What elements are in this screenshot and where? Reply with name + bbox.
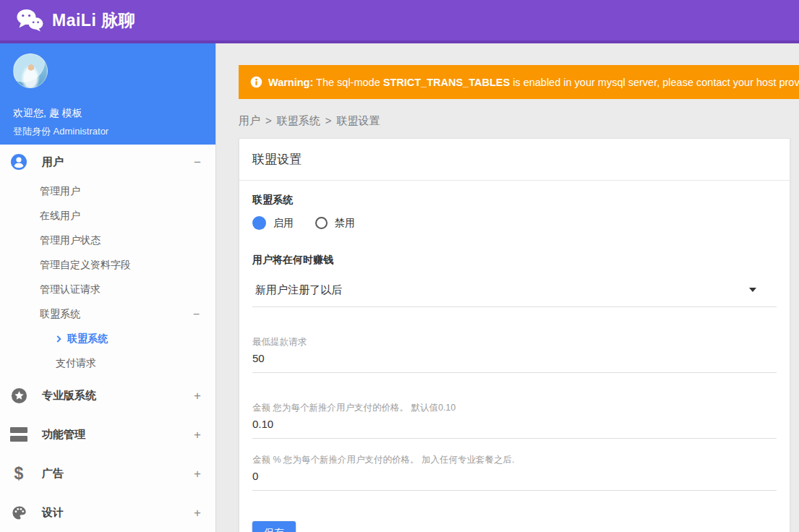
- earn-when-select[interactable]: 新用户注册了以后: [252, 276, 777, 307]
- radio-selected-icon[interactable]: [252, 216, 266, 230]
- radio-disable-label: 禁用: [335, 217, 355, 230]
- user-avatar[interactable]: [13, 53, 48, 88]
- breadcrumb-separator: >: [265, 114, 272, 126]
- affiliate-system-radio-group: 启用 禁用: [252, 216, 777, 230]
- sidebar-item-ads[interactable]: $ 广告 +: [0, 454, 215, 493]
- expand-icon[interactable]: +: [194, 390, 201, 402]
- welcome-text: 欢迎您, 趣 模板: [13, 107, 202, 120]
- sidebar-item-label: 联盟系统: [67, 332, 108, 346]
- warning-text: The sql-mode: [313, 77, 383, 88]
- percent-per-referral-field[interactable]: 金额 % 您为每个新推介用户支付的价格。 加入任何专业套餐之后. 0: [252, 454, 777, 491]
- amount-per-referral-label: 金额 您为每个新推介用户支付的价格。 默认值0.10: [252, 402, 777, 414]
- breadcrumb: 用户>联盟系统>联盟设置: [239, 114, 799, 128]
- sidebar-item-affiliate-group[interactable]: 联盟系统 −: [0, 302, 215, 327]
- affiliate-settings-card: 联盟设置 联盟系统 启用 禁用 用户将在何时赚钱 新用户注: [239, 138, 790, 532]
- modules-icon: [10, 426, 27, 443]
- profile-panel: 欢迎您, 趣 模板 登陆身份 Administrator: [0, 43, 215, 145]
- sidebar-item-label: 管理用户: [40, 185, 80, 198]
- sidebar-item-label: 支付请求: [56, 357, 96, 370]
- warning-text: is enabled in your mysql server, please …: [510, 77, 799, 88]
- palette-icon: [10, 504, 27, 521]
- sidebar-item-label: 设计: [42, 506, 64, 520]
- sidebar-item-online-users[interactable]: 在线用户: [0, 204, 215, 228]
- sidebar-item-pro-system[interactable]: 专业版系统 +: [0, 376, 215, 415]
- app-window: MaiLi 脉聊 欢迎您, 趣 模板 登陆身份 Administrator 用户…: [0, 0, 799, 532]
- expand-icon[interactable]: +: [194, 429, 201, 441]
- sidebar-item-label: 在线用户: [40, 210, 80, 223]
- top-header-bar: MaiLi 脉聊: [0, 0, 799, 43]
- warning-banner: Warning: The sql-mode STRICT_TRANS_TABLE…: [239, 65, 799, 99]
- collapse-icon[interactable]: −: [193, 308, 200, 321]
- sidebar-item-label: 专业版系统: [42, 389, 96, 403]
- radio-enable-label: 启用: [273, 217, 294, 230]
- radio-enable[interactable]: 启用: [252, 216, 294, 230]
- sidebar-item-label: 联盟系统: [40, 308, 80, 321]
- sidebar-item-payment-requests[interactable]: 支付请求: [0, 351, 215, 376]
- card-body: 联盟系统 启用 禁用 用户将在何时赚钱 新用户注册了以后: [239, 181, 790, 532]
- radio-unselected-icon[interactable]: [315, 217, 328, 229]
- dropdown-caret-icon: [749, 288, 756, 292]
- dollar-icon: $: [10, 465, 27, 482]
- sidebar-item-affiliate-system-active[interactable]: 联盟系统: [0, 327, 215, 351]
- sidebar-item-label: 广告: [42, 467, 64, 481]
- main-content: Warning: The sql-mode STRICT_TRANS_TABLE…: [217, 43, 799, 532]
- wechat-logo-icon: [16, 9, 43, 32]
- info-circle-icon: [250, 76, 262, 88]
- save-button[interactable]: 保存: [252, 521, 296, 532]
- amount-per-referral-input[interactable]: 0.10: [252, 418, 777, 430]
- sidebar-menu: 用户 − 管理用户 在线用户 管理用户状态 管理自定义资料字段 管理认证请求 联…: [0, 145, 215, 532]
- login-role-text: 登陆身份 Administrator: [13, 125, 202, 138]
- breadcrumb-users[interactable]: 用户: [239, 114, 260, 126]
- earn-when-selected-value: 新用户注册了以后: [255, 283, 342, 296]
- expand-icon[interactable]: +: [194, 468, 201, 480]
- breadcrumb-affiliate-settings[interactable]: 联盟设置: [337, 114, 380, 126]
- min-withdrawal-field[interactable]: 最低提款请求 50: [252, 336, 777, 373]
- expand-icon[interactable]: +: [194, 507, 201, 519]
- warning-code: STRICT_TRANS_TABLES: [383, 77, 510, 88]
- sidebar-item-label: 管理用户状态: [40, 234, 101, 247]
- sidebar-item-user-status[interactable]: 管理用户状态: [0, 228, 215, 253]
- star-circle-icon: [10, 387, 27, 404]
- sidebar-item-manage-users[interactable]: 管理用户: [0, 179, 215, 204]
- percent-per-referral-input[interactable]: 0: [252, 470, 777, 482]
- chevron-right-icon: [54, 334, 64, 344]
- sidebar: 欢迎您, 趣 模板 登陆身份 Administrator 用户 − 管理用户: [0, 43, 216, 532]
- app-title: MaiLi 脉聊: [52, 9, 135, 32]
- sidebar-item-design[interactable]: 设计 +: [0, 493, 215, 532]
- sidebar-item-custom-fields[interactable]: 管理自定义资料字段: [0, 253, 215, 278]
- warning-label: Warning:: [268, 77, 313, 88]
- breadcrumb-affiliate-system[interactable]: 联盟系统: [277, 114, 320, 126]
- sidebar-item-feature-management[interactable]: 功能管理 +: [0, 415, 215, 454]
- sidebar-item-label: 管理自定义资料字段: [40, 259, 131, 272]
- sidebar-item-label: 功能管理: [42, 428, 85, 442]
- sidebar-item-label: 管理认证请求: [40, 283, 101, 296]
- collapse-icon[interactable]: −: [194, 156, 201, 168]
- min-withdrawal-label: 最低提款请求: [252, 336, 777, 348]
- user-circle-icon: [10, 153, 27, 171]
- min-withdrawal-input[interactable]: 50: [252, 352, 777, 364]
- percent-per-referral-label: 金额 % 您为每个新推介用户支付的价格。 加入任何专业套餐之后.: [252, 454, 777, 466]
- sidebar-item-label: 用户: [42, 155, 64, 169]
- sidebar-item-users[interactable]: 用户 −: [0, 145, 215, 179]
- affiliate-system-label: 联盟系统: [252, 194, 777, 207]
- breadcrumb-separator: >: [325, 114, 332, 126]
- radio-disable[interactable]: 禁用: [315, 217, 355, 230]
- card-title: 联盟设置: [239, 139, 790, 181]
- earn-when-label: 用户将在何时赚钱: [252, 254, 777, 267]
- earn-when-group: 用户将在何时赚钱 新用户注册了以后: [252, 254, 777, 307]
- sidebar-item-verification-requests[interactable]: 管理认证请求: [0, 278, 215, 302]
- amount-per-referral-field[interactable]: 金额 您为每个新推介用户支付的价格。 默认值0.10 0.10: [252, 402, 777, 439]
